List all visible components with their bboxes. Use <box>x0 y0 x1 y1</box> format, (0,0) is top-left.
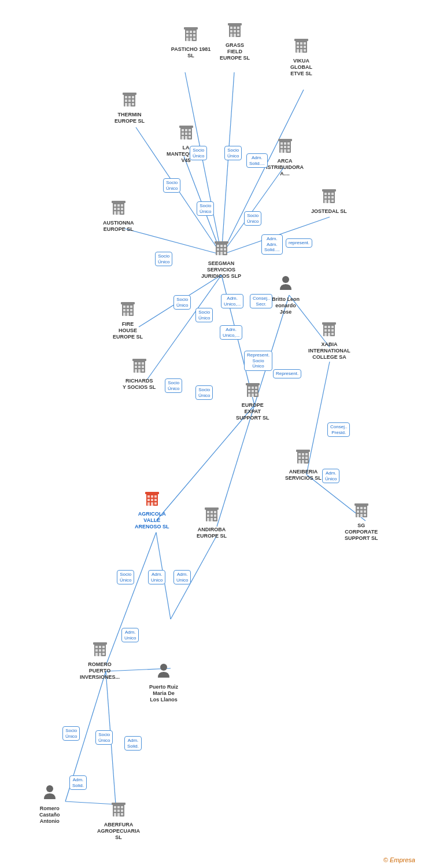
badge-consej-presid[interactable]: Consej..Presid. <box>327 422 350 437</box>
svg-rect-100 <box>121 211 123 214</box>
badge-socio-6[interactable]: SocioÚnico <box>155 252 172 266</box>
building-icon <box>93 641 107 660</box>
svg-rect-65 <box>125 103 127 106</box>
svg-rect-41 <box>234 30 236 32</box>
svg-rect-39 <box>237 27 239 29</box>
svg-rect-159 <box>248 387 250 389</box>
node-pasticho[interactable]: PASTICHO 1981 SL <box>168 26 214 59</box>
building-icon <box>112 200 125 219</box>
badge-socio-7[interactable]: SocioÚnico <box>173 295 191 310</box>
svg-rect-220 <box>95 653 98 656</box>
svg-rect-98 <box>114 211 116 215</box>
badge-adm-solid-3[interactable]: Adm.Solid. <box>69 775 87 790</box>
badge-adm-solid-2[interactable]: Adm.Solid. <box>124 736 142 751</box>
node-europeexpat[interactable]: EUROPEEXPATSUPPORT SL <box>236 382 269 421</box>
svg-rect-176 <box>298 460 301 464</box>
svg-rect-170 <box>298 453 301 455</box>
person-icon <box>279 275 293 295</box>
badge-represent-2[interactable]: Represent. <box>273 369 301 378</box>
svg-rect-113 <box>215 241 228 244</box>
node-agricola[interactable]: AGRICOLAVALLEARENOSO SL <box>135 491 169 529</box>
svg-rect-211 <box>364 514 366 516</box>
svg-rect-26 <box>186 31 189 33</box>
svg-rect-75 <box>189 133 191 135</box>
svg-rect-231 <box>121 810 123 812</box>
badge-adm-solid-1[interactable]: Adm.Solid.... <box>246 153 268 168</box>
badge-socio-11[interactable]: SocioÚnico <box>117 570 134 584</box>
badge-represent-socio[interactable]: Represent.SocioÚnico <box>244 351 272 371</box>
badge-socio-9[interactable]: SocioÚnico <box>165 378 182 393</box>
node-label: SGCORPORATESUPPORT SL <box>345 523 378 541</box>
network-diagram: PASTICHO 1981 SL GRASSFIELDEUROPE SL VIK… <box>0 0 421 868</box>
svg-rect-63 <box>128 100 131 102</box>
node-romerocasta[interactable]: RomeroCastañoAntonio <box>39 784 60 824</box>
node-austionna[interactable]: AUSTIONNAEUROPE SL <box>103 200 134 233</box>
badge-adm-unico-5[interactable]: Adm.Unico <box>173 570 191 584</box>
badge-adm-unico-6[interactable]: Adm.Unico <box>121 628 139 642</box>
node-britto[interactable]: Britto LeoneonardoJose <box>272 275 300 315</box>
badge-represent-1[interactable]: represent. <box>286 238 312 248</box>
node-seegman[interactable]: SEEGMANSERVICIOSJURIDICOS SLP <box>201 240 241 279</box>
svg-rect-161 <box>255 387 257 389</box>
node-thermin[interactable]: THERMINEUROPE SL <box>115 91 145 124</box>
node-aneiberia[interactable]: ANEIBERIASERVICIOS SL <box>285 448 322 481</box>
badge-consej-secr[interactable]: Consej..Secr. <box>250 294 272 308</box>
node-puertomaria[interactable]: Puerto RuizMaria DeLos Llanos <box>149 663 178 703</box>
svg-rect-163 <box>252 390 254 392</box>
node-andiroba[interactable]: ANDIROBAEUROPE SL <box>197 506 227 539</box>
svg-rect-32 <box>186 38 189 41</box>
svg-rect-72 <box>189 129 191 131</box>
badge-adm-2[interactable]: Adm.Adm.Solid.... <box>261 234 283 255</box>
node-richards[interactable]: RICHARDSY SOCIOS SL <box>123 358 156 391</box>
badge-socio-4[interactable]: SocioÚnico <box>197 201 214 216</box>
badge-adm-unico-3[interactable]: Adm.Único <box>322 469 339 483</box>
svg-rect-96 <box>117 208 120 210</box>
svg-rect-81 <box>280 142 283 145</box>
svg-rect-188 <box>151 502 153 506</box>
badge-socio-5[interactable]: SocioÚnico <box>244 211 261 226</box>
svg-rect-154 <box>135 369 137 373</box>
node-grassfield[interactable]: GRASSFIELDEUROPE SL <box>220 22 250 61</box>
svg-rect-147 <box>132 359 146 361</box>
svg-rect-199 <box>211 518 213 521</box>
svg-rect-209 <box>357 514 359 517</box>
badge-adm-unico-4[interactable]: Adm.Unico <box>148 570 165 584</box>
node-vikua[interactable]: VIKUAGLOBALETVE SL <box>290 38 312 76</box>
svg-rect-92 <box>114 204 116 207</box>
node-sgcorporate[interactable]: SGCORPORATESUPPORT SL <box>345 502 378 541</box>
node-label: RICHARDSY SOCIOS SL <box>123 378 156 391</box>
svg-rect-138 <box>328 326 330 328</box>
building-icon <box>246 382 260 401</box>
badge-socio-2[interactable]: SocioÚnico <box>224 146 242 160</box>
svg-rect-31 <box>193 34 195 36</box>
badge-socio-8[interactable]: SocioÚnico <box>195 308 213 322</box>
svg-rect-97 <box>121 208 123 210</box>
node-jostedal[interactable]: JOSTEDAL SL <box>311 188 347 215</box>
svg-rect-151 <box>135 366 137 368</box>
svg-rect-171 <box>302 453 304 455</box>
svg-rect-197 <box>214 514 216 517</box>
badge-socio-13[interactable]: SocioÚnico <box>95 730 113 745</box>
node-aberfura[interactable]: ABERFURAAGROPECUARIASL <box>97 801 140 840</box>
node-firehouse[interactable]: FIREHOUSEEUROPE SL <box>113 301 143 340</box>
svg-rect-37 <box>230 27 232 29</box>
badge-socio-1[interactable]: SocioÚnico <box>190 146 207 160</box>
svg-rect-195 <box>207 514 209 517</box>
badge-adm-unico-1[interactable]: Adm.Unico,... <box>221 294 243 308</box>
badge-socio-10[interactable]: SocioÚnico <box>195 385 213 400</box>
svg-rect-150 <box>142 362 144 365</box>
svg-rect-77 <box>185 136 187 139</box>
node-xabia[interactable]: XABIAINTERNATIONALCOLLEGE SA <box>308 321 350 360</box>
node-arca[interactable]: ARCAISTRIBUIDORAA.... <box>266 138 304 176</box>
svg-rect-54 <box>297 49 299 53</box>
svg-rect-229 <box>114 810 116 812</box>
svg-rect-53 <box>304 46 306 48</box>
svg-rect-132 <box>123 312 125 316</box>
badge-socio-3[interactable]: SocioÚnico <box>163 178 180 193</box>
node-romeropuerto[interactable]: ROMEROPUERTOINVERSIONES... <box>80 641 120 680</box>
badge-adm-unico-2[interactable]: Adm.Unico,... <box>220 325 242 340</box>
badge-socio-12[interactable]: SocioÚnico <box>62 726 80 741</box>
svg-rect-62 <box>125 100 127 102</box>
svg-rect-130 <box>127 309 129 311</box>
node-label: Britto LeoneonardoJose <box>272 296 300 315</box>
